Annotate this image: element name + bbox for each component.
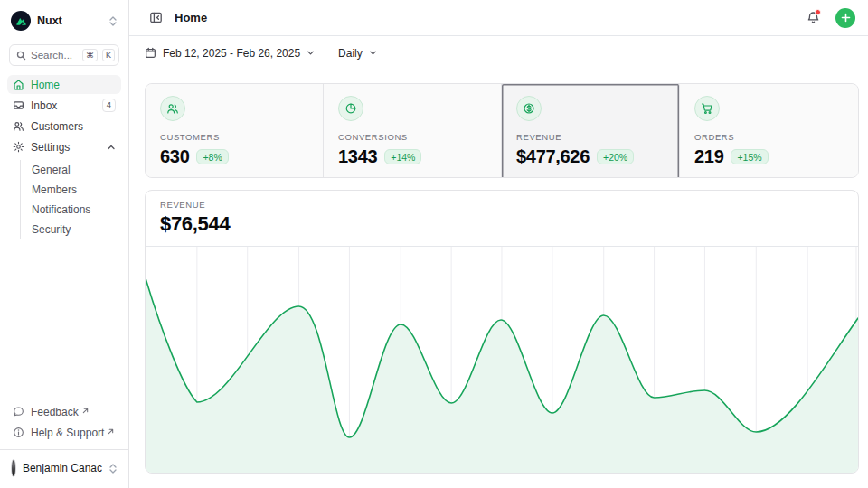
notification-dot <box>815 9 821 15</box>
period-select[interactable]: Daily <box>338 47 377 60</box>
sidebar-item-label: Home <box>31 79 116 91</box>
sidebar-item-general[interactable]: General <box>32 160 121 179</box>
user-menu[interactable]: Benjamin Canac <box>7 457 121 481</box>
revenue-chart-card: REVENUE $76,544 <box>145 190 859 474</box>
content-area: CUSTOMERS 630 +8% CONVERSIONS 1343 +14% <box>129 70 868 488</box>
sidebar-item-home[interactable]: Home <box>7 75 121 94</box>
feedback-label: Feedback <box>31 406 79 418</box>
stat-label: ORDERS <box>694 132 844 142</box>
notifications-button[interactable] <box>802 7 824 29</box>
external-link-icon <box>82 404 89 417</box>
revenue-area-chart[interactable]: 14 Feb 16 Feb 18 Feb 20 Feb 22 Feb 24 Fe… <box>146 247 858 473</box>
sidebar-item-settings[interactable]: Settings <box>7 137 121 156</box>
settings-sub-list: General Members Notifications Security <box>20 160 121 239</box>
gear-icon <box>13 141 24 153</box>
stat-delta-badge: +14% <box>384 149 421 164</box>
panel-left-icon <box>149 11 163 24</box>
users-icon <box>160 96 185 121</box>
sidebar-item-label: Inbox <box>31 99 96 112</box>
main-panel: Home Feb 12, 2025 - Feb 26, 2025 Daily <box>129 0 868 488</box>
page-title: Home <box>175 11 207 24</box>
feedback-link[interactable]: Feedback <box>7 402 121 421</box>
home-icon <box>13 79 24 90</box>
nuxt-logo-icon <box>11 11 31 31</box>
filters-toolbar: Feb 12, 2025 - Feb 26, 2025 Daily <box>129 36 868 70</box>
stat-card-conversions[interactable]: CONVERSIONS 1343 +14% <box>324 84 502 178</box>
stat-card-customers[interactable]: CUSTOMERS 630 +8% <box>146 84 324 178</box>
stat-value: $477,626 <box>516 146 590 167</box>
kbd-cmd: ⌘ <box>82 49 98 62</box>
search-icon <box>16 51 26 61</box>
shopping-cart-icon <box>694 96 720 121</box>
workspace-selector[interactable]: Nuxt <box>7 7 121 34</box>
help-support-link[interactable]: Help & Support <box>7 423 121 442</box>
dollar-circle-icon <box>516 96 542 121</box>
divider <box>0 449 128 450</box>
sidebar-item-customers[interactable]: Customers <box>7 117 121 136</box>
stat-delta-badge: +15% <box>731 149 768 164</box>
plus-icon <box>841 13 851 23</box>
help-support-label: Help & Support <box>31 427 104 439</box>
stat-value: 630 <box>160 146 189 167</box>
date-range-value: Feb 12, 2025 - Feb 26, 2025 <box>163 47 300 60</box>
sidebar-item-inbox[interactable]: Inbox 4 <box>7 96 121 115</box>
chart-kicker-label: REVENUE <box>160 200 844 210</box>
calendar-icon <box>145 47 156 59</box>
external-link-icon <box>108 425 114 437</box>
stat-label: REVENUE <box>516 132 665 142</box>
sidebar-nav: Home Inbox 4 Customers Settings General <box>7 75 121 239</box>
pie-chart-icon <box>338 96 363 121</box>
sidebar-item-members[interactable]: Members <box>32 180 121 199</box>
chat-bubble-icon <box>13 406 24 418</box>
collapse-sidebar-button[interactable] <box>145 7 166 29</box>
sidebar-item-label: Customers <box>31 120 116 133</box>
chevrons-up-down-icon <box>108 463 118 474</box>
stat-value: 219 <box>694 146 723 167</box>
stats-row: CUSTOMERS 630 +8% CONVERSIONS 1343 +14% <box>145 83 859 178</box>
search-input-wrap[interactable]: ⌘ K <box>9 44 119 66</box>
chevrons-up-down-icon <box>108 15 118 27</box>
sidebar-item-notifications[interactable]: Notifications <box>32 200 121 219</box>
sidebar-item-label: Settings <box>31 141 100 154</box>
stat-label: CONVERSIONS <box>338 132 486 142</box>
sidebar-footer: Feedback Help & Support Benjamin Canac <box>7 402 121 481</box>
stat-label: CUSTOMERS <box>160 132 308 142</box>
avatar <box>11 459 16 477</box>
workspace-name: Nuxt <box>37 14 102 27</box>
chart-svg <box>146 247 858 473</box>
add-button[interactable] <box>835 8 855 28</box>
chart-x-axis: 14 Feb 16 Feb 18 Feb 20 Feb 22 Feb 24 Fe… <box>146 473 858 474</box>
stat-card-orders[interactable]: ORDERS 219 +15% <box>680 84 858 178</box>
users-icon <box>13 120 24 132</box>
chart-total-value: $76,544 <box>160 212 844 236</box>
stat-card-revenue[interactable]: REVENUE $477,626 +20% <box>502 84 680 178</box>
chevron-up-icon <box>107 143 116 152</box>
dashboard-app: Nuxt ⌘ K Home Inbox 4 Customers <box>0 0 868 488</box>
date-range-picker[interactable]: Feb 12, 2025 - Feb 26, 2025 <box>145 47 315 60</box>
stat-delta-badge: +20% <box>597 149 634 164</box>
search-input[interactable] <box>31 50 78 61</box>
inbox-count-badge: 4 <box>102 99 116 112</box>
chart-header: REVENUE $76,544 <box>146 191 858 247</box>
stat-delta-badge: +8% <box>196 149 228 164</box>
inbox-icon <box>13 99 24 111</box>
info-circle-icon <box>13 427 24 438</box>
top-header: Home <box>129 0 868 36</box>
chevron-down-icon <box>369 49 377 57</box>
user-name: Benjamin Canac <box>23 462 102 474</box>
sidebar-item-security[interactable]: Security <box>32 220 121 239</box>
stat-value: 1343 <box>338 146 377 167</box>
period-value: Daily <box>338 47 363 60</box>
kbd-k: K <box>102 49 115 62</box>
sidebar: Nuxt ⌘ K Home Inbox 4 Customers <box>0 0 129 488</box>
chevron-down-icon <box>307 49 315 57</box>
